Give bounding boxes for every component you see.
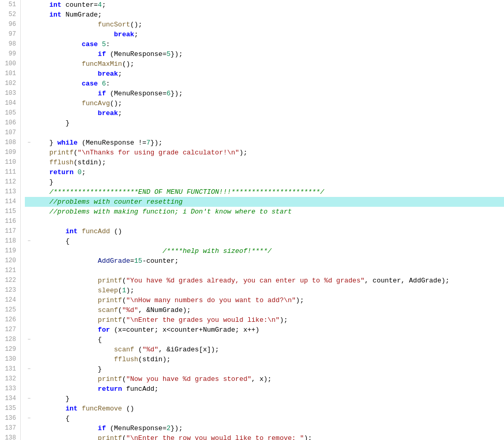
line-number: 126 xyxy=(2,315,16,325)
plain-token xyxy=(33,31,114,38)
plain-token xyxy=(33,316,98,324)
plain-token: }); xyxy=(170,50,182,58)
fold-gutter[interactable]: − xyxy=(25,394,33,404)
plain-token xyxy=(98,80,102,88)
fn-token: sleep xyxy=(98,287,118,294)
plain-token xyxy=(33,228,65,235)
plain-token xyxy=(33,60,82,68)
plain-token: ); xyxy=(304,434,312,440)
kw-token: int xyxy=(49,11,61,19)
code-line: printf("Now you have %d grades stored", … xyxy=(25,374,504,384)
comment-special-token: //problems with making function; i Don't… xyxy=(33,208,292,216)
plain-token: = xyxy=(130,257,134,265)
code-line: return 0; xyxy=(25,167,504,177)
code-line: case 5: xyxy=(25,39,504,49)
code-line: printf("\nEnter the grades you would lik… xyxy=(25,315,504,325)
fn-token: fflush xyxy=(49,159,74,166)
plain-token xyxy=(33,346,114,353)
plain-token: }); xyxy=(170,90,182,97)
plain-token: -counter; xyxy=(142,257,179,265)
plain-token xyxy=(33,1,49,9)
code-text: break; xyxy=(33,69,504,79)
str-token: "You have %d grades already, you can ent… xyxy=(126,277,364,285)
plain-token: (stdin); xyxy=(74,159,106,166)
fold-gutter[interactable]: − xyxy=(25,236,33,246)
code-text: { xyxy=(33,414,504,423)
kw-token: int xyxy=(65,405,77,413)
code-text: break; xyxy=(33,30,504,39)
plain-token: (MenuResponse= xyxy=(106,90,166,97)
line-number: 122 xyxy=(2,276,16,286)
str-token: "%d" xyxy=(122,306,138,314)
kw-token: int xyxy=(65,228,77,235)
code-line: for (x=counter; x<counter+NumGrade; x++) xyxy=(25,325,504,335)
line-number: 132 xyxy=(2,374,16,384)
str-token: "\nHow many numbers do you want to add?\… xyxy=(126,296,296,304)
fn-token: printf xyxy=(98,296,122,304)
code-text: fflush(stdin); xyxy=(33,158,504,167)
plain-token: () xyxy=(122,405,134,413)
code-line: fflush(stdin); xyxy=(25,158,504,167)
plain-token xyxy=(33,21,98,29)
code-content[interactable]: int counter=4; int NumGrade; funcSort();… xyxy=(21,0,504,440)
plain-token xyxy=(33,375,98,383)
line-number: 51 xyxy=(2,0,16,10)
plain-token: } xyxy=(33,139,57,147)
plain-token: ; xyxy=(118,109,122,117)
code-line: if (MenuResponse=2}); xyxy=(25,423,504,433)
line-number: 137 xyxy=(2,423,16,433)
code-text: case 5: xyxy=(33,39,504,49)
code-text: scanf ("%d", &iGrades[x]); xyxy=(33,345,504,354)
plain-token: ( xyxy=(74,149,78,157)
line-number: 101 xyxy=(2,69,16,79)
line-number: 107 xyxy=(2,128,16,138)
fold-gutter[interactable]: − xyxy=(25,364,33,374)
fn-token: scanf xyxy=(98,306,118,314)
code-line: funcAvg(); xyxy=(25,98,504,108)
code-text: funcMaxMin(); xyxy=(33,59,504,69)
plain-token: { xyxy=(33,336,102,344)
code-text: printf("\nEnter the row you would like t… xyxy=(33,433,504,440)
fold-gutter[interactable]: − xyxy=(25,138,33,148)
plain-token: counter= xyxy=(62,1,98,9)
line-number: 123 xyxy=(2,286,16,295)
code-line: − { xyxy=(25,414,504,423)
code-line: − { xyxy=(25,236,504,246)
code-text: } xyxy=(33,118,504,128)
fn-token: funcSort xyxy=(98,21,130,29)
kw-token: return xyxy=(49,168,74,176)
fold-gutter[interactable]: − xyxy=(25,414,33,423)
plain-token: }); xyxy=(170,424,182,432)
line-number: 108 xyxy=(2,138,16,148)
plain-token: (stdin); xyxy=(138,356,170,363)
fn-token: scanf xyxy=(114,346,134,353)
plain-token: ); xyxy=(296,296,304,304)
plain-token xyxy=(33,109,98,117)
fn-token: funcMaxMin xyxy=(82,60,122,68)
plain-token xyxy=(33,277,98,285)
str-token: "\nEnter the grades you would like:\n" xyxy=(126,316,279,324)
code-text: printf("\nThanks for using grade calcula… xyxy=(33,148,504,158)
plain-token: , &iGrades[x]); xyxy=(159,346,219,353)
fn-token: printf xyxy=(98,277,122,285)
plain-token: } xyxy=(33,395,69,403)
line-number: 100 xyxy=(2,59,16,69)
line-number: 110 xyxy=(2,158,16,167)
fold-gutter[interactable]: − xyxy=(25,335,33,345)
code-text: } xyxy=(33,364,504,374)
line-number: 113 xyxy=(2,187,16,197)
plain-token: ); xyxy=(126,287,134,294)
code-line: scanf("%d", &NumGrade); xyxy=(25,305,504,315)
plain-token: (); xyxy=(110,100,122,107)
line-number: 131 xyxy=(2,364,16,374)
plain-token: (); xyxy=(122,60,134,68)
plain-token: ( xyxy=(134,346,142,353)
code-text: printf("\nEnter the grades you would lik… xyxy=(33,315,504,325)
line-number: 124 xyxy=(2,295,16,305)
code-line: − } xyxy=(25,394,504,404)
plain-token xyxy=(33,405,65,413)
code-text: /*********************END OF MENU FUNCTI… xyxy=(33,187,504,197)
plain-token: } xyxy=(33,119,69,127)
line-number: 136 xyxy=(2,414,16,423)
plain-token: () xyxy=(110,228,122,235)
